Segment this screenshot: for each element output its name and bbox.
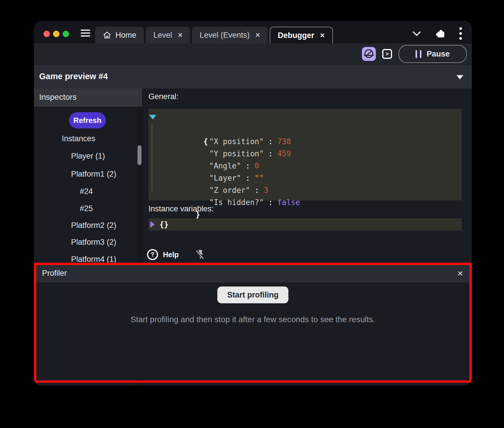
chevron-down-icon[interactable] bbox=[412, 30, 422, 37]
profiler-toggle-button[interactable] bbox=[362, 47, 376, 61]
help-label[interactable]: Help bbox=[163, 251, 179, 259]
tab-label: Home bbox=[115, 31, 136, 40]
json-value: 738 bbox=[277, 137, 291, 146]
variables-value: {} bbox=[159, 220, 168, 229]
pause-label: Pause bbox=[427, 50, 450, 59]
sidebar-item-instance-25[interactable]: #25 bbox=[80, 204, 93, 213]
tab-bar: Home Level × Level (Events) × Debugger × bbox=[95, 27, 333, 43]
collapse-triangle-icon[interactable] bbox=[149, 115, 156, 119]
sidebar-item-instances[interactable]: Instances bbox=[62, 134, 95, 144]
pause-icon bbox=[416, 50, 421, 58]
tab-label: Level bbox=[153, 31, 172, 40]
home-icon bbox=[103, 31, 111, 39]
console-prompt-glyph: > bbox=[385, 51, 389, 57]
titlebar: Home Level × Level (Events) × Debugger × bbox=[34, 21, 472, 43]
sidebar-item-platform2[interactable]: Platform2 (2) bbox=[71, 220, 116, 230]
maximize-window-button[interactable] bbox=[63, 31, 69, 37]
start-profiling-button[interactable]: Start profiling bbox=[217, 286, 289, 303]
profiler-title: Profiler bbox=[42, 269, 67, 278]
profiler-panel: Profiler × Start profiling Start profili… bbox=[34, 263, 472, 383]
tab-label: Debugger bbox=[278, 31, 314, 40]
tree-guide-line bbox=[152, 124, 152, 191]
sidebar-item-platform1[interactable]: Platform1 (2) bbox=[71, 169, 116, 179]
tab-level[interactable]: Level × bbox=[146, 27, 190, 43]
close-tab-icon[interactable]: × bbox=[318, 31, 325, 40]
help-icon[interactable]: ? bbox=[147, 249, 158, 260]
console-icon[interactable]: > bbox=[382, 49, 392, 59]
extensions-puzzle-icon[interactable] bbox=[435, 28, 446, 39]
profiler-hint-text: Start profiling and then stop it after a… bbox=[36, 315, 469, 324]
help-row: ? Help bbox=[147, 249, 205, 260]
refresh-button[interactable]: Refresh bbox=[69, 112, 106, 128]
json-value: 459 bbox=[277, 149, 291, 158]
sidebar-item-player[interactable]: Player (1) bbox=[71, 151, 105, 161]
unpin-icon[interactable] bbox=[195, 249, 205, 260]
debugger-toolbar: > Pause bbox=[34, 43, 472, 64]
app-window: Home Level × Level (Events) × Debugger × bbox=[34, 21, 472, 386]
game-preview-header[interactable]: Game preview #4 bbox=[34, 64, 472, 88]
close-tab-icon[interactable]: × bbox=[254, 31, 260, 40]
chevron-down-icon[interactable] bbox=[456, 75, 463, 79]
titlebar-actions bbox=[412, 27, 462, 40]
tab-debugger[interactable]: Debugger × bbox=[270, 27, 333, 43]
inspectors-header: Inspectors bbox=[34, 88, 142, 107]
general-json-tree: { "X position" : 738 "Y position" : 459 … bbox=[148, 109, 462, 200]
minimize-window-button[interactable] bbox=[53, 31, 59, 37]
window-controls bbox=[43, 31, 69, 37]
sidebar-scrollbar-thumb[interactable] bbox=[137, 145, 142, 165]
instance-variables-tree[interactable]: {} bbox=[148, 218, 462, 231]
profiler-gauge-icon bbox=[363, 48, 375, 60]
sidebar-item-platform3[interactable]: Platform3 (2) bbox=[71, 237, 116, 247]
profiler-header: Profiler × bbox=[36, 265, 469, 282]
sidebar-item-instance-24[interactable]: #24 bbox=[80, 186, 93, 196]
pause-button[interactable]: Pause bbox=[398, 45, 467, 63]
tab-label: Level (Events) bbox=[200, 31, 250, 40]
desktop-background: Home Level × Level (Events) × Debugger × bbox=[0, 0, 504, 428]
tab-home[interactable]: Home bbox=[95, 27, 144, 43]
kebab-menu-icon[interactable] bbox=[459, 27, 462, 40]
json-value: 0 bbox=[255, 162, 259, 170]
close-icon[interactable]: × bbox=[457, 267, 463, 279]
general-section-label: General: bbox=[148, 92, 179, 101]
menu-icon[interactable] bbox=[81, 30, 90, 37]
game-preview-title: Game preview #4 bbox=[39, 72, 108, 81]
json-root-row[interactable]: { bbox=[148, 111, 462, 123]
open-brace: { bbox=[204, 137, 208, 146]
tab-level-events[interactable]: Level (Events) × bbox=[192, 27, 267, 43]
close-window-button[interactable] bbox=[43, 31, 50, 37]
json-value: "" bbox=[255, 174, 264, 182]
expand-triangle-icon[interactable] bbox=[150, 221, 155, 228]
json-value: 3 bbox=[264, 186, 268, 195]
close-tab-icon[interactable]: × bbox=[176, 31, 183, 40]
inspectors-header-label: Inspectors bbox=[39, 93, 77, 102]
instance-variables-label: Instance variables: bbox=[148, 204, 214, 213]
